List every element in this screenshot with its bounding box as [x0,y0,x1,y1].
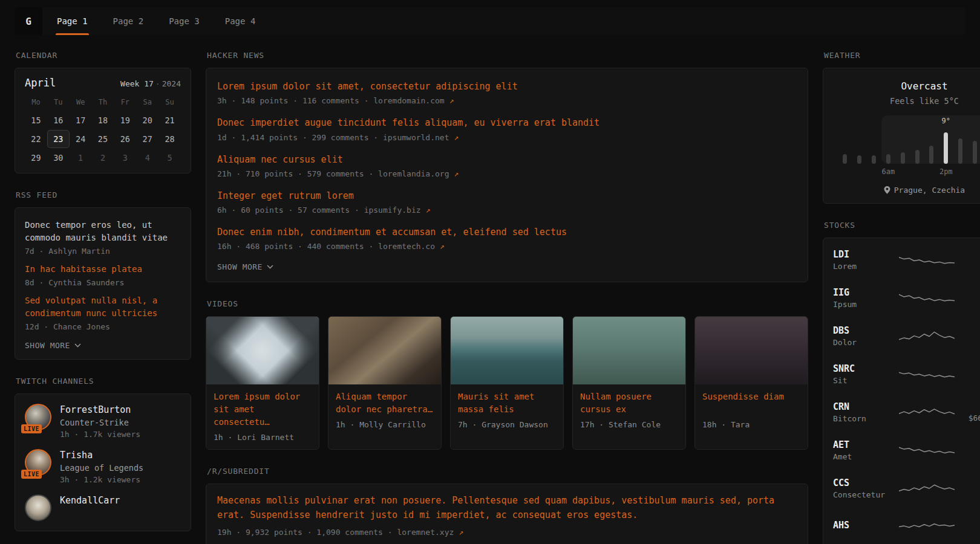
video-title[interactable]: Suspendisse diam [702,390,800,416]
calendar-day: 19 [114,111,136,129]
stock-ticker: CRN [833,401,893,412]
twitch-section-title: TWITCH CHANNELS [16,377,191,386]
video-card-body: Aliquam tempor dolor nec pharetra… 1h · … [328,384,441,436]
stock-values: +0.51% $165.84 [960,478,980,499]
tab-page-1[interactable]: Page 1 [57,7,88,35]
external-link-icon[interactable]: ↗ [454,133,459,142]
tab-page-3[interactable]: Page 3 [169,7,200,35]
stock-price: $148.64 [960,375,980,384]
weather-time-labels: 6am2pm10pm [838,167,980,177]
video-thumbnail[interactable] [206,317,319,384]
video-thumbnail[interactable] [695,317,808,384]
hackernews-show-more-button[interactable]: SHOW MORE [217,262,273,271]
twitch-channel-row[interactable]: LIVE ForrestBurton Counter-Strike 1h · 1… [25,404,181,439]
calendar-day-header: Th [92,94,114,111]
subreddit-section-title: /R/SUBREDDIT [207,467,808,476]
tab-page-2[interactable]: Page 2 [113,7,144,35]
weather-bar [901,152,905,164]
subreddit-section: /R/SUBREDDIT Maecenas mollis pulvinar er… [206,467,808,544]
weather-condition: Overcast [833,80,980,92]
stock-row[interactable]: AET Amet +0.92% $499.72 [833,431,980,469]
video-card[interactable]: Aliquam tempor dolor nec pharetra… 1h · … [328,316,442,450]
hackernews-item-title[interactable]: Aliquam nec cursus elit [217,154,797,166]
rss-widget: Donec tempor eros leo, ut commodo mauris… [15,207,191,360]
external-link-icon[interactable]: ↗ [449,96,454,105]
rss-item-title[interactable]: Donec tempor eros leo, ut commodo mauris… [25,219,181,244]
weather-bar [857,155,861,164]
hackernews-item-meta: 16h · 468 points · 440 comments · loremt… [217,242,797,251]
video-title[interactable]: Aliquam tempor dolor nec pharetra… [336,390,434,416]
tab-page-4[interactable]: Page 4 [225,7,256,35]
rss-item-title[interactable]: In hac habitasse platea [25,263,181,276]
rss-item[interactable]: Sed volutpat nulla nisl, a condimentum n… [25,288,181,332]
stock-row[interactable]: DBS Dolor +1.42% $156.28 [833,317,980,355]
calendar-day: 16 [47,111,70,129]
stock-name: Sit [833,376,893,385]
video-thumbnail[interactable] [451,317,563,384]
video-thumbnail[interactable] [573,317,685,384]
dashboard-page: G Page 1 Page 2 Page 3 Page 4 CALENDAR A… [0,0,980,544]
subreddit-post-title[interactable]: Maecenas mollis pulvinar erat non posuer… [217,494,797,522]
weather-time-label: 6am [882,167,895,176]
twitch-channel-name[interactable]: KendallCarr [60,495,120,506]
external-link-icon[interactable]: ↗ [425,206,430,215]
hackernews-item-title[interactable]: Donec enim nibh, condimentum et accumsan… [217,226,797,238]
twitch-channel-row[interactable]: KendallCarr [25,494,181,521]
twitch-channel-row[interactable]: LIVE Trisha League of Legends 3h · 1.2k … [25,449,181,484]
hackernews-item[interactable]: Donec imperdiet augue tincidunt felis al… [217,111,797,147]
stock-row[interactable]: SNRC Sit +1.36% $148.64 [833,355,980,393]
twitch-channel-name[interactable]: Trisha [60,450,143,461]
video-card[interactable]: Nullam posuere cursus ex 17h · Stefan Co… [572,316,686,450]
hackernews-item-meta-text: 1d · 1,414 points · 299 comments · ipsum… [217,133,449,142]
top-bar: G Page 1 Page 2 Page 3 Page 4 [15,7,965,35]
external-link-icon[interactable]: ↗ [440,242,445,251]
hackernews-item-title[interactable]: Integer eget rutrum lorem [217,190,797,202]
video-card[interactable]: Suspendisse diam 18h · Tara [694,316,808,450]
hackernews-item[interactable]: Integer eget rutrum lorem 6h · 60 points… [217,184,797,220]
hackernews-section-title: HACKER NEWS [207,51,808,60]
stocks-section: STOCKS LDI Lorem +4.35% $795.18 [823,221,980,544]
chevron-down-icon [267,265,273,269]
stock-price: $42.04 [960,299,980,308]
video-title[interactable]: Nullam posuere cursus ex [580,390,678,416]
rss-show-more-button[interactable]: SHOW MORE [25,341,81,350]
video-title[interactable]: Mauris sit amet massa felis [458,390,556,416]
hackernews-item[interactable]: Lorem ipsum dolor sit amet, consectetur … [217,74,797,111]
stocks-widget: LDI Lorem +4.35% $795.18 IIG Ipsum [823,238,980,544]
calendar-day-header: Sa [136,94,158,111]
rss-item-title[interactable]: Sed volutpat nulla nisl, a condimentum n… [25,294,181,320]
stock-row[interactable]: LDI Lorem +4.35% $795.18 [833,241,980,279]
twitch-channel-name[interactable]: ForrestBurton [60,404,140,415]
external-link-icon[interactable]: ↗ [459,528,463,537]
external-link-icon[interactable]: ↗ [454,169,459,178]
stock-change: +1.42% [960,326,980,335]
stock-row[interactable]: IIG Ipsum +2.84% $42.04 [833,279,980,317]
stock-row[interactable]: AHS +0.46% [833,507,980,544]
hackernews-item[interactable]: Aliquam nec cursus elit 21h · 710 points… [217,147,797,184]
calendar-day: 25 [92,130,114,148]
stock-row[interactable]: CRN Bitcorn -1.00% $66,171.48 [833,393,980,431]
stock-id: CRN Bitcorn [833,401,893,423]
video-card[interactable]: Mauris sit amet massa felis 7h · Grayson… [450,316,564,450]
stock-price: $499.72 [960,452,980,461]
video-title[interactable]: Lorem ipsum dolor sit amet consectetu… [214,390,312,429]
rss-show-more-label: SHOW MORE [25,341,70,350]
video-thumbnail[interactable] [328,317,441,384]
hackernews-item-title[interactable]: Donec imperdiet augue tincidunt felis al… [217,117,797,129]
weather-bar [843,154,847,164]
stock-name: Lorem [833,262,893,271]
hackernews-item-title[interactable]: Lorem ipsum dolor sit amet, consectetur … [217,80,797,92]
video-meta: 1h · Lori Barnett [214,433,312,442]
rss-item[interactable]: Donec tempor eros leo, ut commodo mauris… [25,213,181,257]
hackernews-item[interactable]: Donec enim nibh, condimentum et accumsan… [217,220,797,256]
dashboard-grid: CALENDAR April Week 17·2024 MoTuWeThFrSa… [15,35,965,544]
stock-values: +0.46% [960,520,980,532]
video-card-body: Lorem ipsum dolor sit amet consectetu… 1… [206,384,319,449]
twitch-channel-info: KendallCarr [60,494,120,506]
subreddit-post[interactable]: Maecenas mollis pulvinar erat non posuer… [217,494,797,537]
stock-id: LDI Lorem [833,249,893,271]
stock-row[interactable]: CCS Consectetur +0.51% $165.84 [833,469,980,507]
video-card[interactable]: Lorem ipsum dolor sit amet consectetu… 1… [206,316,319,450]
calendar-day-header: Mo [25,94,47,111]
rss-item[interactable]: In hac habitasse platea 8d · Cynthia Sau… [25,257,181,288]
